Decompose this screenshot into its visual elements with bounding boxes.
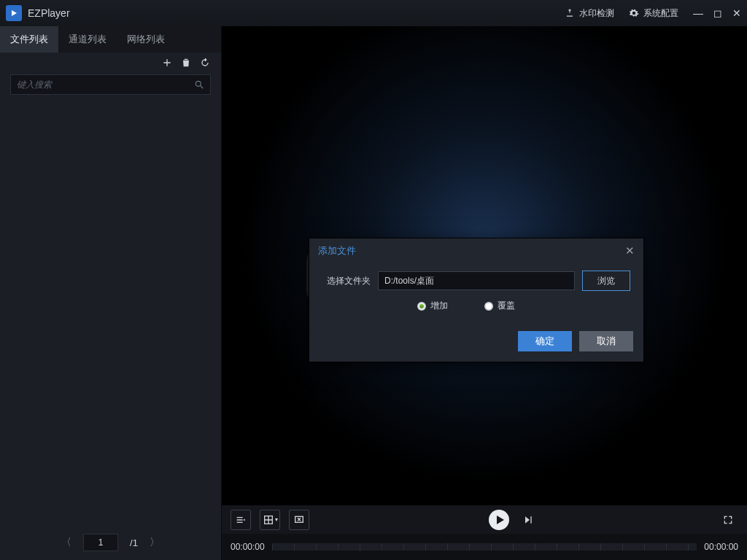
svg-line-2 [201,86,204,89]
search-input[interactable] [17,79,194,90]
close-button[interactable]: ✕ [732,7,741,19]
app-logo [6,5,22,21]
step-forward-icon [522,514,534,526]
folder-path-input[interactable] [378,271,575,290]
minimize-button[interactable]: — [693,7,703,19]
svg-marker-0 [12,10,17,16]
list-icon [235,514,247,526]
search-icon[interactable] [194,79,204,90]
layout-grid-button[interactable]: ▾ [260,510,280,530]
dialog-title: 添加文件 [318,244,356,257]
browse-button[interactable]: 浏览 [582,271,630,291]
fullscreen-button[interactable] [718,510,738,530]
search-box[interactable] [10,74,211,95]
fullscreen-icon [722,514,734,526]
pager-prev[interactable]: 〈 [61,536,71,549]
tab-network-list[interactable]: 网络列表 [117,26,175,52]
ok-button[interactable]: 确定 [518,331,572,351]
pager-next[interactable]: 〉 [150,536,160,549]
system-config-button[interactable]: 系统配置 [622,0,686,26]
delete-icon[interactable] [180,57,192,69]
tab-channel-list[interactable]: 通道列表 [58,26,117,52]
play-button[interactable] [489,510,509,530]
watermark-detect-label: 水印检测 [579,7,614,20]
gear-icon [629,8,639,18]
radio-overwrite[interactable]: 覆盖 [484,300,515,312]
tab-file-list[interactable]: 文件列表 [0,26,58,52]
radio-dot-icon [417,302,426,311]
refresh-icon[interactable] [199,57,211,69]
titlebar: EZPlayer 水印检测 系统配置 — ◻ ✕ [0,0,747,26]
maximize-button[interactable]: ◻ [713,7,722,19]
app-title: EZPlayer [28,7,70,19]
grid-icon [263,514,274,526]
file-list-area [0,101,221,525]
step-forward-button[interactable] [518,510,538,530]
add-icon[interactable] [161,57,173,69]
time-start: 00:00:00 [231,542,265,552]
pager-total: /1 [130,537,138,548]
timeline: 00:00:00 00:00:00 [222,534,747,560]
user-upload-icon [565,8,575,18]
playback-controls: ▾ [222,505,747,534]
close-view-button[interactable] [289,510,309,530]
sidebar: 文件列表 通道列表 网络列表 〈 /1 〉 [0,26,222,560]
svg-point-1 [196,81,201,86]
screen-x-icon [293,514,305,526]
time-end: 00:00:00 [704,542,738,552]
cancel-button[interactable]: 取消 [579,331,633,351]
pager-current-input[interactable] [83,534,118,551]
add-file-dialog: 添加文件 ✕ 选择文件夹 浏览 增加 覆盖 确定 取消 [309,238,644,362]
pager: 〈 /1 〉 [0,525,221,560]
playlist-toggle-button[interactable] [231,510,251,530]
radio-add[interactable]: 增加 [417,300,448,312]
timeline-track[interactable] [272,543,697,551]
dialog-close-button[interactable]: ✕ [625,244,635,257]
chevron-down-icon: ▾ [275,516,278,523]
radio-dot-icon [484,302,493,311]
sidebar-tabs: 文件列表 通道列表 网络列表 [0,26,221,52]
system-config-label: 系统配置 [643,7,678,20]
watermark-detect-button[interactable]: 水印检测 [557,0,622,26]
folder-label: 选择文件夹 [322,275,371,287]
